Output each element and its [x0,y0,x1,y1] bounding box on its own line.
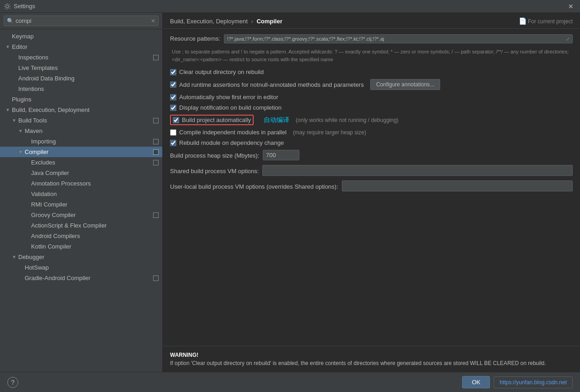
search-clear-button[interactable]: ✕ [151,18,155,24]
warning-text: If option 'Clear output directory on reb… [170,360,573,366]
sidebar-item-editor[interactable]: ▼ Editor [0,42,162,52]
build-auto-label: Build project automatically [182,117,251,123]
expand-button[interactable]: ⤢ [566,37,569,42]
shared-vm-row: Shared build process VM options: [170,165,573,176]
clear-output-checkbox[interactable] [170,69,176,75]
warning-box: WARNING! If option 'Clear output directo… [163,346,580,372]
sidebar-item-debugger[interactable]: ▼ Debugger [0,252,162,262]
heap-size-label: Build process heap size (Mbytes): [170,151,259,159]
titlebar: Settings ✕ [0,0,580,13]
compile-parallel-checkbox[interactable] [170,129,176,136]
sidebar-item-android-data-binding[interactable]: Android Data Binding [0,73,162,84]
rebuild-dependency-checkbox[interactable] [170,140,176,146]
sidebar-item-hotswap[interactable]: HotSwap [0,262,162,273]
warning-title: WARNING! [170,352,573,358]
sidebar-item-actionscript-flex[interactable]: ActionScript & Flex Compiler [0,220,162,231]
sidebar-item-rmi-compiler[interactable]: RMI Compiler [0,199,162,210]
sidebar-item-label: RMI Compiler [31,201,159,208]
sidebar-item-label: Live Templates [18,64,159,71]
sidebar-item-label: Validation [31,191,159,197]
sidebar-item-intentions[interactable]: Intentions [0,84,162,94]
sidebar-item-label: HotSwap [25,264,159,271]
sidebar-item-annotation-processors[interactable]: Annotation Processors [0,178,162,189]
sidebar-item-java-compiler[interactable]: Java Compiler [0,168,162,178]
sidebar-item-label: Kotlin Compiler [31,243,159,250]
sidebar-item-compiler[interactable]: ▼ Compiler [0,147,162,157]
sidebar-item-android-compilers[interactable]: Android Compilers [0,231,162,241]
sidebar-item-label: Keymap [12,33,159,40]
sidebar-item-maven[interactable]: ▼ Maven [0,126,162,136]
settings-icon [4,3,11,10]
auto-show-error-checkbox[interactable] [170,94,176,101]
heap-size-input[interactable] [263,150,299,160]
display-notification-checkbox[interactable] [170,105,176,111]
build-auto-checkbox[interactable] [173,117,179,123]
sidebar-item-label: Annotation Processors [31,180,159,187]
expand-arrow: ▼ [12,118,18,123]
sidebar-item-validation[interactable]: Validation [0,189,162,199]
checkbox-row-build-auto: Build project automatically 自动编译 (only w… [170,115,573,125]
expand-arrow: ▼ [5,107,12,112]
sidebar-item-plugins[interactable]: Plugins [0,94,162,105]
user-vm-label: User-local build process VM options (ove… [170,182,338,190]
display-notification-label: Display notification on build completion [179,104,282,111]
chinese-annotation: 自动编译 [264,116,289,124]
search-wrap: 🔍 ✕ [4,16,159,26]
page-icon [153,55,159,60]
sidebar-item-label: Gradle-Android Compiler [25,275,153,281]
checkbox-row-rebuild-dependency: Rebuild module on dependency change [170,139,573,146]
sidebar-item-label: Android Compilers [31,233,159,239]
sidebar-item-build-tools[interactable]: ▼ Build Tools [0,115,162,126]
bottom-bar: ? OK https://yunfan.blog.csdn.net [0,372,580,392]
user-vm-input[interactable] [342,180,573,191]
sidebar-item-label: Java Compiler [31,170,159,176]
resource-patterns-input[interactable]: !?*.java;!?*.form;!?*.class;!?*.groovy;!… [224,34,573,43]
shared-vm-input[interactable] [262,165,573,176]
sidebar-item-label: Importing [31,138,153,145]
checkbox-row-compile-parallel: Compile independent modules in parallel … [170,129,573,136]
help-button[interactable]: ? [7,377,18,388]
blog-link-button[interactable]: https://yunfan.blog.csdn.net [494,376,573,388]
sidebar-item-excludes[interactable]: Excludes [0,157,162,168]
sidebar-item-gradle-android[interactable]: Gradle-Android Compiler [0,273,162,283]
sidebar-item-label: Excludes [31,159,153,166]
ok-button[interactable]: OK [462,376,490,388]
sidebar-item-groovy-compiler[interactable]: Groovy Compiler [0,210,162,220]
sidebar-item-label: Build, Execution, Deployment [12,106,159,113]
close-button[interactable]: ✕ [565,2,576,11]
checkbox-row-add-runtime: Add runtime assertions for notnull-annot… [170,79,573,90]
checkbox-row-clear-output: Clear output directory on rebuild [170,69,573,75]
resource-patterns-value: !?*.java;!?*.form;!?*.class;!?*.groovy;!… [227,36,564,42]
breadcrumb-parent: Build, Execution, Deployment [170,18,248,25]
page-icon [153,149,159,155]
configure-annotations-button[interactable]: Configure annotations... [370,79,440,90]
sidebar-item-kotlin-compiler[interactable]: Kotlin Compiler [0,241,162,252]
compile-parallel-label: Compile independent modules in parallel [179,129,287,136]
search-input[interactable] [16,17,151,24]
shared-vm-label: Shared build process VM options: [170,167,259,175]
sidebar-item-label: Intentions [18,85,159,92]
search-icon: 🔍 [7,18,14,24]
expand-arrow: ▼ [5,44,12,49]
sidebar-item-importing[interactable]: Importing [0,136,162,147]
sidebar: 🔍 ✕ Keymap ▼ Editor Inspections [0,13,163,372]
sidebar-item-build-execution-deployment[interactable]: ▼ Build, Execution, Deployment [0,105,162,115]
resource-patterns-row: Resource patterns: !?*.java;!?*.form;!?*… [170,34,573,43]
for-project-label: 📄 For current project [519,17,573,25]
sidebar-item-label: ActionScript & Flex Compiler [31,222,159,229]
help-text: Use ; to separate patterns and ! to nega… [170,48,573,63]
sidebar-item-inspections[interactable]: Inspections [0,52,162,63]
sidebar-item-label: Compiler [25,148,153,155]
sidebar-item-label: Editor [12,43,159,50]
breadcrumb-current: Compiler [256,18,282,25]
checkbox-row-display-notification: Display notification on build completion [170,104,573,111]
sidebar-item-label: Maven [25,127,159,134]
add-runtime-label: Add runtime assertions for notnull-annot… [179,81,364,88]
auto-show-label: Automatically show first error in editor [179,94,278,101]
page-icon [153,212,159,218]
add-runtime-checkbox[interactable] [170,81,176,88]
sidebar-item-live-templates[interactable]: Live Templates [0,63,162,73]
panel-header: Build, Execution, Deployment › Compiler … [163,13,580,29]
sidebar-item-keymap[interactable]: Keymap [0,31,162,42]
page-icon [153,118,159,123]
